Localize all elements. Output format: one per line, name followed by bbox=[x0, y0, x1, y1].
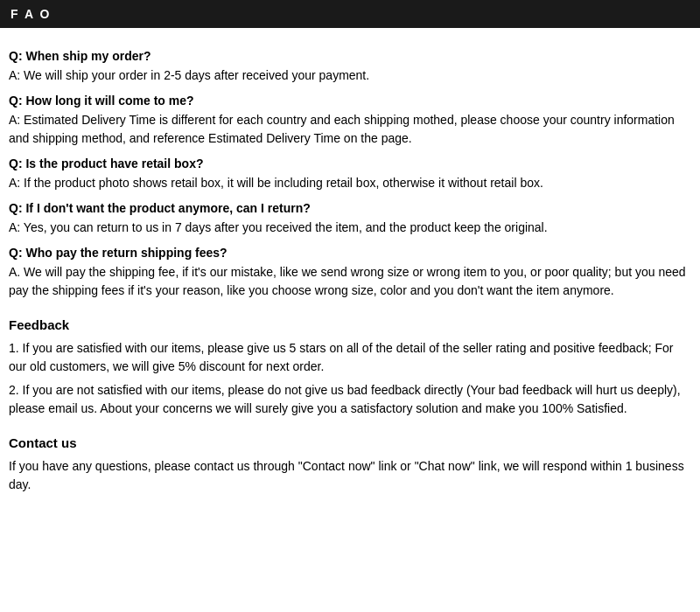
main-content: Q: When ship my order? A: We will ship y… bbox=[0, 37, 700, 497]
contact-title: Contact us bbox=[9, 435, 691, 450]
contact-text: If you have any questions, please contac… bbox=[9, 457, 691, 494]
faq-item-5: Q: Who pay the return shipping fees? A. … bbox=[9, 246, 691, 300]
answer-5: A. We will pay the shipping fee, if it's… bbox=[9, 263, 691, 300]
faq-section: Q: When ship my order? A: We will ship y… bbox=[9, 49, 691, 300]
question-1: Q: When ship my order? bbox=[9, 49, 691, 63]
feedback-item-2: 2. If you are not satisfied with our ite… bbox=[9, 381, 691, 418]
faq-item-1: Q: When ship my order? A: We will ship y… bbox=[9, 49, 691, 85]
question-4: Q: If I don't want the product anymore, … bbox=[9, 201, 691, 215]
question-3: Q: Is the product have retail box? bbox=[9, 156, 691, 170]
faq-item-4: Q: If I don't want the product anymore, … bbox=[9, 201, 691, 237]
answer-2: A: Estimated Delivery Time is different … bbox=[9, 111, 691, 148]
answer-3: A: If the product photo shows retail box… bbox=[9, 174, 691, 192]
contact-section: Contact us If you have any questions, pl… bbox=[9, 435, 691, 494]
question-5: Q: Who pay the return shipping fees? bbox=[9, 246, 691, 260]
faq-item-2: Q: How long it will come to me? A: Estim… bbox=[9, 94, 691, 148]
header-title: F A O bbox=[10, 7, 51, 21]
faq-item-3: Q: Is the product have retail box? A: If… bbox=[9, 156, 691, 192]
feedback-item-1: 1. If you are satisfied with our items, … bbox=[9, 339, 691, 376]
feedback-section: Feedback 1. If you are satisfied with ou… bbox=[9, 317, 691, 418]
feedback-title: Feedback bbox=[9, 317, 691, 332]
question-2: Q: How long it will come to me? bbox=[9, 94, 691, 108]
faq-header: F A O bbox=[0, 0, 700, 28]
answer-4: A: Yes, you can return to us in 7 days a… bbox=[9, 219, 691, 237]
answer-1: A: We will ship your order in 2-5 days a… bbox=[9, 66, 691, 85]
